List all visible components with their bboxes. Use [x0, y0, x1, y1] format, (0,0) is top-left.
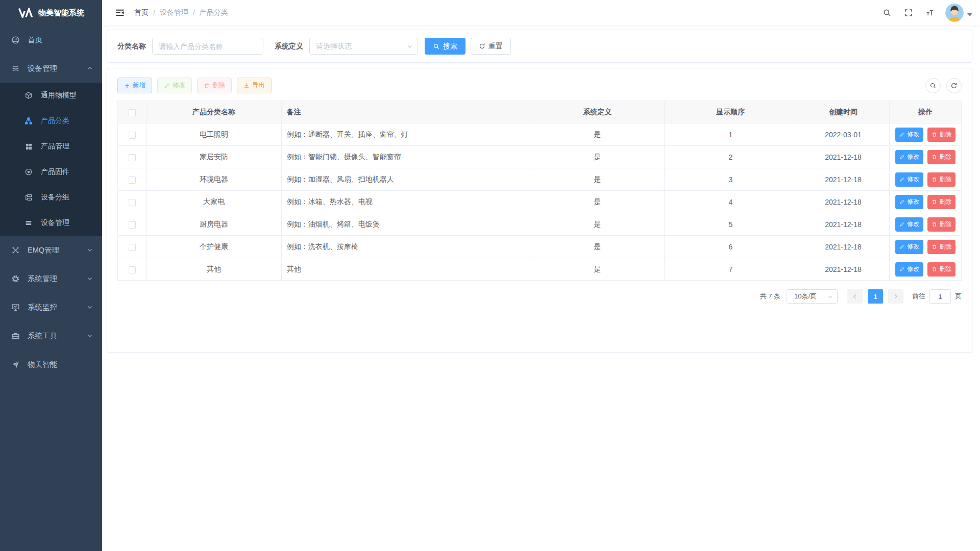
- row-edit-button[interactable]: 修改: [895, 217, 923, 232]
- topbar-tools: [878, 3, 972, 23]
- table-row[interactable]: 个护健康 例如：洗衣机、按摩椅 是 6 2021-12-18 修改删除: [118, 236, 962, 258]
- row-checkbox[interactable]: [129, 177, 136, 184]
- row-checkbox[interactable]: [129, 154, 136, 161]
- reset-button-label: 重置: [488, 42, 503, 51]
- topbar: 首页 / 设备管理 / 产品分类: [102, 0, 980, 26]
- sidebar-item-product-firmware[interactable]: 产品固件: [0, 159, 102, 185]
- sidebar-item-system-tools[interactable]: 系统工具: [0, 321, 102, 350]
- refresh-icon[interactable]: [946, 78, 962, 93]
- row-edit-button[interactable]: 修改: [895, 195, 923, 209]
- goto-label: 前往: [912, 292, 925, 301]
- row-checkbox[interactable]: [129, 132, 136, 139]
- cell-order: 3: [665, 168, 797, 191]
- reset-button[interactable]: 重置: [471, 38, 511, 55]
- select-all-checkbox[interactable]: [129, 109, 136, 116]
- dashboard-icon: [10, 36, 20, 44]
- row-edit-button[interactable]: 修改: [895, 262, 923, 277]
- edit-button[interactable]: 修改: [157, 78, 192, 93]
- prev-page-button[interactable]: [847, 289, 863, 304]
- cell-system: 是: [530, 168, 665, 191]
- cell-remark: 例如：洗衣机、按摩椅: [281, 236, 530, 258]
- page-number-current[interactable]: 1: [868, 289, 883, 304]
- sidebar-item-home[interactable]: 首页: [0, 26, 102, 54]
- avatar[interactable]: [945, 4, 964, 22]
- sidebar-item-wumei[interactable]: 物美智能: [0, 350, 102, 379]
- server-icon: [23, 219, 34, 227]
- sidebar-item-device-manage-sub[interactable]: 设备管理: [0, 210, 102, 236]
- row-delete-button[interactable]: 删除: [927, 128, 955, 142]
- font-size-icon[interactable]: [921, 3, 939, 23]
- fullscreen-icon[interactable]: [899, 3, 918, 23]
- chevron-down-icon: [407, 43, 413, 49]
- table-row[interactable]: 大家电 例如：冰箱、热水器、电视 是 4 2021-12-18 修改删除: [118, 191, 962, 213]
- user-menu[interactable]: [945, 4, 972, 22]
- dot-circle-icon: [23, 168, 34, 176]
- row-checkbox[interactable]: [129, 244, 136, 251]
- sidebar-item-device-group[interactable]: 设备分组: [0, 185, 102, 210]
- table-row[interactable]: 电工照明 例如：通断器、开关、插座、窗帘、灯 是 1 2022-03-01 修改…: [118, 123, 962, 146]
- table-row[interactable]: 环境电器 例如：加湿器、风扇、扫地机器人 是 3 2021-12-18 修改删除: [118, 168, 962, 191]
- sidebar-item-emq[interactable]: EMQ管理: [0, 236, 102, 264]
- row-delete-button[interactable]: 删除: [927, 262, 955, 277]
- logo[interactable]: 物美智能系统: [0, 0, 102, 26]
- delete-button[interactable]: 删除: [197, 78, 232, 93]
- row-edit-button[interactable]: 修改: [895, 150, 923, 164]
- toggle-search-icon[interactable]: [925, 78, 941, 93]
- cell-order: 6: [665, 236, 797, 258]
- export-button[interactable]: 导出: [237, 78, 272, 93]
- sidebar-item-system-manage[interactable]: 系统管理: [0, 264, 102, 293]
- breadcrumb-home[interactable]: 首页: [134, 8, 149, 17]
- sidebar-item-system-monitor[interactable]: 系统监控: [0, 293, 102, 321]
- table-row[interactable]: 厨房电器 例如：油烟机、烤箱、电饭煲 是 5 2021-12-18 修改删除: [118, 213, 962, 236]
- sidebar-item-label: 产品固件: [41, 167, 69, 177]
- cell-created: 2021-12-18: [797, 258, 890, 281]
- sidebar-item-device-manage[interactable]: 设备管理: [0, 54, 102, 83]
- export-button-label: 导出: [252, 81, 265, 90]
- collapse-sidebar-icon[interactable]: [110, 8, 130, 18]
- system-defined-select[interactable]: 请选择状态: [309, 38, 418, 55]
- caret-down-icon: [967, 13, 972, 17]
- category-name-label: 分类名称: [117, 42, 146, 51]
- sidebar-item-thing-model[interactable]: 通用物模型: [0, 83, 102, 108]
- sidebar-item-label: 设备分组: [41, 193, 69, 202]
- cell-remark: 例如：通断器、开关、插座、窗帘、灯: [281, 123, 530, 146]
- row-delete-button[interactable]: 删除: [927, 240, 955, 254]
- edit-button-label: 修改: [173, 81, 185, 90]
- row-edit-button[interactable]: 修改: [895, 128, 923, 142]
- cell-name: 环境电器: [146, 168, 281, 191]
- row-edit-button[interactable]: 修改: [895, 240, 923, 254]
- search-button[interactable]: 搜索: [425, 38, 465, 55]
- device-group-icon: [23, 193, 34, 202]
- row-delete-button[interactable]: 删除: [927, 172, 955, 187]
- add-button-label: 新增: [133, 81, 145, 90]
- row-checkbox[interactable]: [129, 199, 136, 206]
- row-delete-button[interactable]: 删除: [927, 195, 955, 209]
- goto-page-input[interactable]: [929, 289, 951, 304]
- table-row[interactable]: 家居安防 例如：智能门锁、摄像头、智能窗帘 是 2 2021-12-18 修改删…: [118, 146, 962, 168]
- row-delete-button[interactable]: 删除: [927, 150, 955, 164]
- delete-button-label: 删除: [212, 81, 225, 90]
- sidebar-item-product-category[interactable]: 产品分类: [0, 108, 102, 134]
- filter-panel: 分类名称 系统定义 请选择状态 搜索 重置: [107, 30, 972, 63]
- page-size-select[interactable]: 10条/页: [787, 289, 838, 304]
- row-checkbox[interactable]: [129, 221, 136, 229]
- toolbox-icon: [10, 332, 20, 340]
- row-delete-button[interactable]: 删除: [927, 217, 955, 232]
- category-name-input[interactable]: [152, 38, 263, 55]
- row-checkbox[interactable]: [129, 266, 136, 273]
- search-icon[interactable]: [878, 3, 896, 23]
- sidebar-item-label: 系统监控: [28, 303, 57, 312]
- cell-created: 2021-12-18: [797, 146, 890, 168]
- table-row[interactable]: 其他 其他 是 7 2021-12-18 修改删除: [118, 258, 962, 281]
- pagination: 共 7 条 10条/页 1 前往: [117, 289, 962, 304]
- col-header-created: 创建时间: [797, 101, 890, 123]
- col-header-actions: 操作: [890, 101, 962, 123]
- sidebar-item-product-manage[interactable]: 产品管理: [0, 134, 102, 159]
- next-page-button[interactable]: [888, 289, 903, 304]
- cell-name: 个护健康: [146, 236, 281, 258]
- cell-system: 是: [530, 123, 665, 146]
- add-button[interactable]: 新增: [117, 78, 152, 93]
- row-edit-button[interactable]: 修改: [895, 172, 923, 187]
- cube-icon: [23, 91, 34, 99]
- sitemap-icon: [23, 117, 34, 125]
